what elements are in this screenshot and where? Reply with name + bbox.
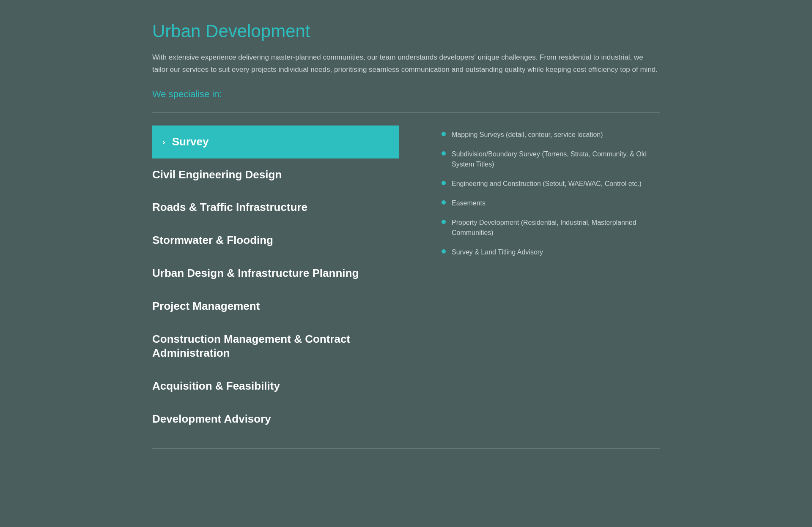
chevron-right-icon: ›: [162, 137, 165, 147]
service-label: Development Advisory: [152, 412, 271, 425]
top-divider: [152, 112, 660, 113]
list-item: Mapping Surveys (detail, contour, servic…: [442, 130, 660, 140]
page-title: Urban Development: [152, 21, 660, 41]
bullet-text: Subdivision/Boundary Survey (Torrens, St…: [452, 149, 660, 169]
service-item-civil-engineering[interactable]: Civil Engineering Design: [152, 158, 399, 191]
service-item-urban-design[interactable]: Urban Design & Infrastructure Planning: [152, 257, 399, 290]
service-label: Project Management: [152, 300, 260, 312]
bullet-dot: [442, 132, 446, 136]
service-item-roads-traffic[interactable]: Roads & Traffic Infrastructure: [152, 191, 399, 224]
survey-bullet-list: Mapping Surveys (detail, contour, servic…: [442, 130, 660, 257]
service-label: Construction Management & Contract Admin…: [152, 333, 350, 360]
list-item: Property Development (Residential, Indus…: [442, 218, 660, 238]
list-item: Subdivision/Boundary Survey (Torrens, St…: [442, 149, 660, 169]
service-item-development-advisory[interactable]: Development Advisory: [152, 403, 399, 436]
service-label: Urban Design & Infrastructure Planning: [152, 267, 359, 279]
page-container: Urban Development With extensive experie…: [118, 0, 694, 470]
active-service-label: Survey: [172, 135, 209, 149]
service-item-acquisition-feasibility[interactable]: Acquisition & Feasibility: [152, 370, 399, 403]
bullet-text: Property Development (Residential, Indus…: [452, 218, 660, 238]
bullet-text: Engineering and Construction (Setout, WA…: [452, 179, 642, 189]
bullet-text: Survey & Land Titling Advisory: [452, 247, 543, 257]
right-panel: Mapping Surveys (detail, contour, servic…: [416, 126, 660, 267]
page-description: With extensive experience delivering mas…: [152, 52, 660, 76]
content-area: › Survey Civil Engineering Design Roads …: [152, 126, 660, 436]
service-item-construction-management[interactable]: Construction Management & Contract Admin…: [152, 323, 399, 370]
service-label: Civil Engineering Design: [152, 168, 282, 181]
bottom-divider: [152, 448, 660, 449]
service-label: Acquisition & Feasibility: [152, 380, 280, 392]
service-item-project-management[interactable]: Project Management: [152, 290, 399, 323]
list-item: Survey & Land Titling Advisory: [442, 247, 660, 257]
bullet-dot: [442, 249, 446, 254]
left-panel: › Survey Civil Engineering Design Roads …: [152, 126, 416, 436]
bullet-dot: [442, 151, 446, 156]
bullet-text: Easements: [452, 198, 486, 208]
bullet-text: Mapping Surveys (detail, contour, servic…: [452, 130, 603, 140]
list-item: Engineering and Construction (Setout, WA…: [442, 179, 660, 189]
service-label: Stormwater & Flooding: [152, 234, 273, 246]
service-item-survey[interactable]: › Survey: [152, 126, 399, 158]
bullet-dot: [442, 200, 446, 205]
list-item: Easements: [442, 198, 660, 208]
bullet-dot: [442, 220, 446, 224]
specialise-heading: We specialise in:: [152, 89, 660, 100]
service-item-stormwater[interactable]: Stormwater & Flooding: [152, 224, 399, 257]
bullet-dot: [442, 181, 446, 185]
service-label: Roads & Traffic Infrastructure: [152, 201, 307, 213]
